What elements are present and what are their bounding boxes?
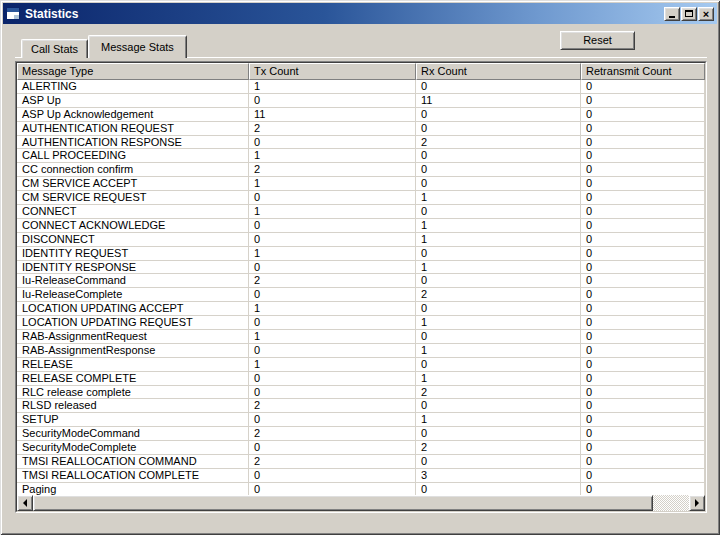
table-cell: 0: [581, 80, 705, 94]
table-cell: 1: [249, 330, 416, 344]
scrollbar-track[interactable]: [653, 495, 689, 511]
column-header-tx-count[interactable]: Tx Count: [249, 63, 416, 80]
table-cell: IDENTITY REQUEST: [17, 247, 249, 261]
table-cell: TMSI REALLOCATION COMPLETE: [17, 469, 249, 483]
table-row[interactable]: Iu-ReleaseCommand200: [17, 274, 705, 288]
table-cell: 0: [581, 274, 705, 288]
table-row[interactable]: RAB-AssignmentResponse010: [17, 344, 705, 358]
table-cell: 0: [581, 455, 705, 469]
reset-button[interactable]: Reset: [560, 31, 635, 50]
table-cell: 11: [249, 108, 416, 122]
table-cell: RAB-AssignmentResponse: [17, 344, 249, 358]
column-header-retransmit-count[interactable]: Retransmit Count: [581, 63, 705, 80]
table-cell: 0: [416, 274, 581, 288]
table-cell: 0: [581, 316, 705, 330]
table-row[interactable]: CC connection confirm200: [17, 163, 705, 177]
column-header-message-type[interactable]: Message Type: [17, 63, 249, 80]
tab-message-stats[interactable]: Message Stats: [88, 35, 187, 58]
table-cell: 0: [581, 399, 705, 413]
table-row[interactable]: ASP Up0110: [17, 94, 705, 108]
table-cell: CONNECT ACKNOWLEDGE: [17, 219, 249, 233]
column-header-rx-count[interactable]: Rx Count: [416, 63, 581, 80]
table-row[interactable]: ASP Up Acknowledgement1100: [17, 108, 705, 122]
close-button[interactable]: ×: [698, 7, 714, 21]
table-row[interactable]: CM SERVICE ACCEPT100: [17, 177, 705, 191]
table-cell: 11: [416, 94, 581, 108]
table-row[interactable]: SecurityModeComplete020: [17, 441, 705, 455]
table-row[interactable]: DISCONNECT010: [17, 233, 705, 247]
table-cell: 2: [416, 136, 581, 150]
table-row[interactable]: CALL PROCEEDING100: [17, 149, 705, 163]
minimize-button[interactable]: [664, 7, 680, 21]
table-cell: 0: [416, 177, 581, 191]
table-row[interactable]: RELEASE COMPLETE010: [17, 372, 705, 386]
table-cell: 0: [249, 233, 416, 247]
table-cell: 1: [416, 233, 581, 247]
table-cell: 0: [249, 386, 416, 400]
table-row[interactable]: CM SERVICE REQUEST010: [17, 191, 705, 205]
table-row[interactable]: TMSI REALLOCATION COMPLETE030: [17, 469, 705, 483]
table-cell: 0: [581, 330, 705, 344]
scroll-left-button[interactable]: [17, 495, 33, 511]
table-row[interactable]: AUTHENTICATION RESPONSE020: [17, 136, 705, 150]
table-cell: 0: [581, 469, 705, 483]
table-row[interactable]: ALERTING100: [17, 80, 705, 94]
table-cell: 1: [249, 149, 416, 163]
table-row[interactable]: IDENTITY REQUEST100: [17, 247, 705, 261]
table-cell: 0: [581, 108, 705, 122]
table-cell: 0: [249, 483, 416, 495]
table-row[interactable]: AUTHENTICATION REQUEST200: [17, 122, 705, 136]
table-cell: 0: [581, 413, 705, 427]
table-cell: 0: [249, 372, 416, 386]
table-cell: 0: [416, 149, 581, 163]
table-cell: ALERTING: [17, 80, 249, 94]
table-row[interactable]: LOCATION UPDATING ACCEPT100: [17, 302, 705, 316]
table-cell: 0: [249, 136, 416, 150]
table-row[interactable]: IDENTITY RESPONSE010: [17, 261, 705, 275]
table-cell: 0: [416, 399, 581, 413]
scroll-left-icon: [23, 499, 27, 507]
table-row[interactable]: RELEASE100: [17, 358, 705, 372]
titlebar[interactable]: Statistics ×: [3, 3, 717, 24]
table-cell: CM SERVICE ACCEPT: [17, 177, 249, 191]
table-row[interactable]: SETUP010: [17, 413, 705, 427]
scroll-right-button[interactable]: [689, 495, 705, 511]
table-cell: TMSI REALLOCATION COMMAND: [17, 455, 249, 469]
table-cell: 0: [581, 122, 705, 136]
table-cell: 1: [416, 261, 581, 275]
table-cell: 0: [581, 344, 705, 358]
maximize-button[interactable]: [681, 7, 697, 21]
table-row[interactable]: SecurityModeCommand200: [17, 427, 705, 441]
table-cell: 0: [581, 219, 705, 233]
table-cell: CALL PROCEEDING: [17, 149, 249, 163]
table-row[interactable]: RLC release complete020: [17, 386, 705, 400]
table-cell: IDENTITY RESPONSE: [17, 261, 249, 275]
table-row[interactable]: CONNECT ACKNOWLEDGE010: [17, 219, 705, 233]
table-row[interactable]: RAB-AssignmentRequest100: [17, 330, 705, 344]
table-cell: 1: [249, 302, 416, 316]
table-row[interactable]: LOCATION UPDATING REQUEST010: [17, 316, 705, 330]
table-cell: 0: [581, 247, 705, 261]
table-cell: 1: [249, 205, 416, 219]
table-cell: 1: [416, 344, 581, 358]
table-cell: 2: [249, 274, 416, 288]
tab-call-stats[interactable]: Call Stats: [21, 39, 88, 58]
table-cell: 0: [581, 233, 705, 247]
table-cell: 1: [416, 316, 581, 330]
table-row[interactable]: RLSD released200: [17, 399, 705, 413]
scrollbar-thumb[interactable]: [33, 495, 653, 511]
horizontal-scrollbar[interactable]: [17, 495, 705, 511]
table-cell: 0: [581, 372, 705, 386]
maximize-icon: [685, 10, 693, 17]
table-row[interactable]: Iu-ReleaseComplete020: [17, 288, 705, 302]
table-cell: SecurityModeComplete: [17, 441, 249, 455]
table-cell: 2: [416, 441, 581, 455]
table-row[interactable]: TMSI REALLOCATION COMMAND200: [17, 455, 705, 469]
table-row[interactable]: CONNECT100: [17, 205, 705, 219]
table-cell: 0: [416, 247, 581, 261]
table-cell: 1: [416, 191, 581, 205]
table-cell: 0: [581, 358, 705, 372]
table-cell: 0: [249, 261, 416, 275]
table-cell: CM SERVICE REQUEST: [17, 191, 249, 205]
table-row[interactable]: Paging000: [17, 483, 705, 495]
